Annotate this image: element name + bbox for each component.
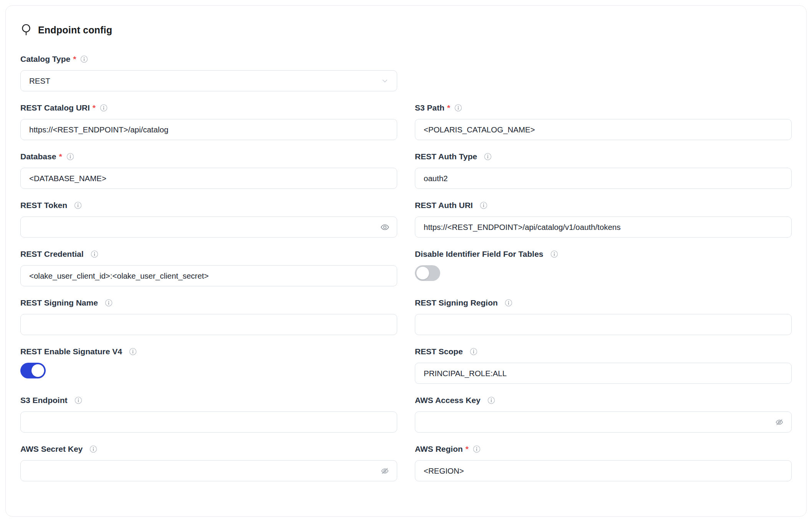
eye-slash-icon[interactable]	[775, 418, 784, 427]
row1-empty-cell	[415, 54, 792, 91]
card-header: Endpoint config	[20, 23, 792, 36]
rest-catalog-uri-input[interactable]	[20, 119, 397, 140]
info-icon[interactable]	[66, 153, 74, 160]
database-input[interactable]	[20, 168, 397, 189]
toggle-knob	[31, 364, 44, 377]
disable-identifier-toggle[interactable]	[415, 265, 440, 281]
s3-path-input[interactable]	[415, 119, 792, 140]
page-title: Endpoint config	[38, 25, 112, 36]
required-asterisk: *	[59, 152, 62, 161]
info-icon[interactable]	[89, 445, 97, 453]
catalog-type-selected-value: REST	[29, 76, 50, 86]
aws-region-input[interactable]	[415, 460, 792, 481]
info-icon[interactable]	[454, 104, 462, 112]
endpoint-config-card: Endpoint config Catalog Type * REST	[5, 5, 807, 517]
aws-region-label: AWS Region	[415, 444, 463, 454]
field-aws-access-key: AWS Access Key	[415, 395, 792, 433]
required-asterisk: *	[466, 444, 469, 454]
info-icon[interactable]	[480, 202, 487, 209]
field-rest-signing-name: REST Signing Name	[20, 298, 397, 335]
rest-scope-input[interactable]	[415, 363, 792, 384]
required-asterisk: *	[73, 55, 76, 64]
rest-credential-input[interactable]	[20, 265, 397, 286]
rest-signing-name-input[interactable]	[20, 314, 397, 335]
info-icon[interactable]	[100, 104, 108, 112]
rest-credential-label: REST Credential	[20, 249, 84, 259]
eye-slash-icon[interactable]	[380, 466, 389, 476]
rest-token-label: REST Token	[20, 201, 67, 210]
chevron-down-icon	[381, 77, 389, 85]
toggle-knob	[416, 267, 429, 279]
aws-secret-key-input[interactable]	[20, 460, 397, 481]
info-icon[interactable]	[484, 153, 492, 160]
field-database: Database *	[20, 152, 397, 189]
catalog-type-select[interactable]: REST	[20, 70, 397, 91]
field-aws-region: AWS Region *	[415, 444, 792, 481]
info-icon[interactable]	[91, 250, 98, 258]
endpoint-icon	[20, 23, 32, 36]
field-rest-scope: REST Scope	[415, 347, 792, 384]
field-s3-endpoint: S3 Endpoint	[20, 395, 397, 433]
rest-signing-region-input[interactable]	[415, 314, 792, 335]
aws-access-key-input[interactable]	[415, 411, 792, 433]
disable-identifier-label: Disable Identifier Field For Tables	[415, 249, 544, 259]
required-asterisk: *	[93, 103, 96, 112]
info-icon[interactable]	[470, 348, 477, 355]
rest-signing-region-label: REST Signing Region	[415, 298, 498, 307]
database-label: Database	[20, 152, 56, 161]
info-icon[interactable]	[74, 202, 82, 209]
rest-auth-type-label: REST Auth Type	[415, 152, 477, 161]
info-icon[interactable]	[505, 299, 512, 307]
field-rest-enable-signature-v4: REST Enable Signature V4	[20, 347, 397, 384]
field-rest-auth-type: REST Auth Type	[415, 152, 792, 189]
info-icon[interactable]	[75, 396, 82, 404]
field-disable-identifier-field-for-tables: Disable Identifier Field For Tables	[415, 249, 792, 286]
s3-path-label: S3 Path	[415, 103, 444, 112]
info-icon[interactable]	[473, 445, 481, 453]
field-rest-credential: REST Credential	[20, 249, 397, 286]
rest-signing-name-label: REST Signing Name	[20, 298, 98, 307]
info-icon[interactable]	[550, 250, 558, 258]
field-aws-secret-key: AWS Secret Key	[20, 444, 397, 481]
rest-auth-uri-input[interactable]	[415, 216, 792, 238]
field-catalog-type: Catalog Type * REST	[20, 54, 397, 91]
rest-auth-uri-label: REST Auth URI	[415, 201, 473, 210]
rest-scope-label: REST Scope	[415, 347, 463, 356]
catalog-type-label: Catalog Type	[20, 55, 70, 64]
rest-catalog-uri-label: REST Catalog URI	[20, 103, 90, 112]
rest-enable-signature-v4-label: REST Enable Signature V4	[20, 347, 122, 356]
rest-enable-signature-v4-toggle[interactable]	[20, 363, 46, 378]
aws-secret-key-label: AWS Secret Key	[20, 444, 83, 454]
info-icon[interactable]	[487, 396, 495, 404]
field-rest-signing-region: REST Signing Region	[415, 298, 792, 335]
aws-access-key-label: AWS Access Key	[415, 396, 481, 405]
field-rest-token: REST Token	[20, 200, 397, 238]
info-icon[interactable]	[129, 348, 137, 355]
s3-endpoint-input[interactable]	[20, 411, 397, 433]
field-rest-auth-uri: REST Auth URI	[415, 200, 792, 238]
field-s3-path: S3 Path *	[415, 103, 792, 140]
rest-token-input[interactable]	[20, 216, 397, 238]
rest-auth-type-input[interactable]	[415, 168, 792, 189]
field-rest-catalog-uri: REST Catalog URI *	[20, 103, 397, 140]
s3-endpoint-label: S3 Endpoint	[20, 396, 68, 405]
required-asterisk: *	[447, 103, 450, 112]
info-icon[interactable]	[105, 299, 113, 307]
info-icon[interactable]	[80, 55, 88, 63]
eye-icon[interactable]	[380, 223, 389, 232]
endpoint-config-form: Catalog Type * REST REST Catalog URI *	[20, 54, 792, 481]
